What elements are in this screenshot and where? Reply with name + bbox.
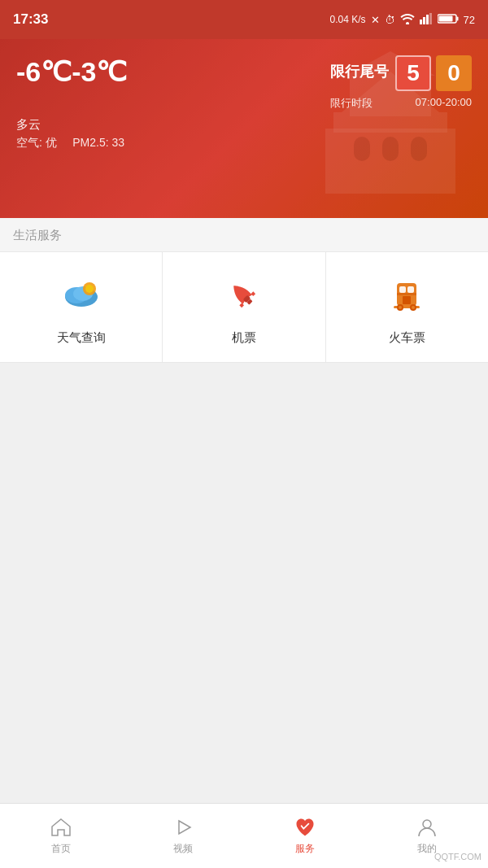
nav-item-service[interactable]: 服务 <box>244 804 366 868</box>
service-weather-label: 天气查询 <box>57 330 106 346</box>
svg-rect-25 <box>407 286 414 293</box>
svg-rect-24 <box>399 286 406 293</box>
signal-bars-icon <box>420 13 433 27</box>
svg-point-0 <box>406 22 409 24</box>
nav-item-video[interactable]: 视频 <box>122 804 244 868</box>
service-flight-label: 机票 <box>232 330 256 346</box>
signal-icon: ✕ <box>371 14 380 26</box>
service-item-train[interactable]: 火车票 <box>326 252 488 362</box>
temperature: -6℃-3℃ <box>16 55 127 88</box>
flight-icon <box>220 272 268 321</box>
mine-icon <box>416 816 438 839</box>
nav-label-video: 视频 <box>173 842 193 856</box>
train-icon <box>382 272 431 321</box>
empty-content <box>0 363 488 778</box>
svg-marker-33 <box>179 821 190 834</box>
battery-icon <box>438 13 459 27</box>
status-bar: 17:33 0.04 K/s ✕ ⏱ <box>0 0 488 39</box>
traffic-num-0: 0 <box>436 55 472 91</box>
weather-banner: -6℃-3℃ 限行尾号 5 0 限行时段 07:00-20:00 多云 空气: … <box>0 39 488 218</box>
weather-air-quality: 空气: 优 PM2.5: 33 <box>16 136 472 150</box>
traffic-label: 限行尾号 <box>330 62 389 81</box>
svg-rect-4 <box>429 13 432 24</box>
svg-rect-2 <box>423 17 425 24</box>
svg-rect-7 <box>438 15 452 21</box>
traffic-num-5: 5 <box>395 55 431 91</box>
service-item-weather[interactable]: 天气查询 <box>0 252 163 362</box>
wifi-icon <box>400 13 415 27</box>
nav-label-home: 首页 <box>51 842 71 856</box>
svg-rect-26 <box>403 296 411 304</box>
clock-icon: ⏱ <box>385 14 395 26</box>
section-title: 生活服务 <box>13 228 62 242</box>
traffic-period-label: 限行时段 <box>330 96 373 111</box>
home-icon <box>50 816 72 839</box>
svg-point-20 <box>85 285 94 293</box>
video-icon <box>172 816 194 839</box>
weather-icon <box>57 272 106 321</box>
svg-rect-32 <box>397 293 416 295</box>
temperature-display: -6℃-3℃ <box>16 55 127 88</box>
status-time: 17:33 <box>13 11 48 28</box>
svg-rect-6 <box>456 16 458 20</box>
watermark: QQTF.COM <box>434 852 481 861</box>
bottom-navigation: 首页 视频 服务 我的 <box>0 803 488 868</box>
weather-description: 多云 <box>16 117 472 133</box>
traffic-hours: 07:00-20:00 <box>416 96 472 111</box>
services-grid: 天气查询 机票 <box>0 252 488 363</box>
service-item-flight[interactable]: 机票 <box>163 252 325 362</box>
nav-item-home[interactable]: 首页 <box>0 804 122 868</box>
traffic-restriction: 限行尾号 5 0 限行时段 07:00-20:00 <box>330 55 472 111</box>
traffic-numbers: 5 0 <box>395 55 472 91</box>
section-header: 生活服务 <box>0 218 488 252</box>
service-train-label: 火车票 <box>389 330 425 346</box>
svg-rect-3 <box>426 15 429 24</box>
svg-point-31 <box>412 306 415 309</box>
svg-point-30 <box>399 306 402 309</box>
service-nav-icon <box>294 816 316 839</box>
weather-bottom: 多云 空气: 优 PM2.5: 33 <box>16 117 472 150</box>
status-right: 0.04 K/s ✕ ⏱ 72 <box>330 13 476 27</box>
svg-point-34 <box>423 820 431 828</box>
network-speed: 0.04 K/s <box>330 14 366 25</box>
battery-level: 72 <box>464 14 475 26</box>
weather-top-row: -6℃-3℃ 限行尾号 5 0 限行时段 07:00-20:00 <box>16 55 472 111</box>
nav-label-service: 服务 <box>295 842 315 856</box>
svg-rect-1 <box>420 20 422 24</box>
